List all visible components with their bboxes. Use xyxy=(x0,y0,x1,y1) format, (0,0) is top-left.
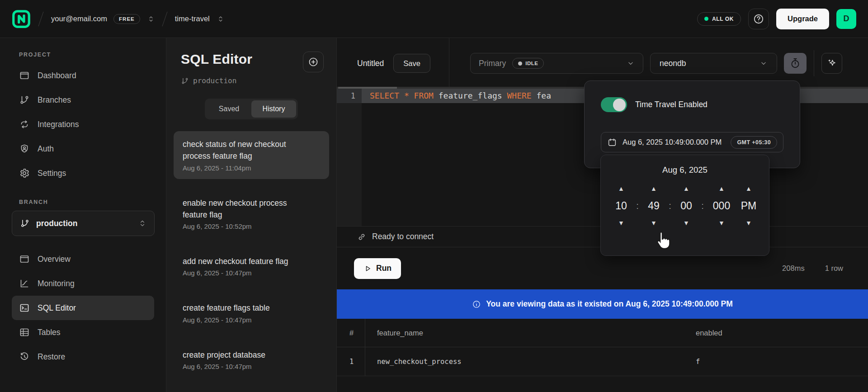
spinner-hour: ▲ 10 ▼ xyxy=(609,181,633,230)
help-button[interactable] xyxy=(748,9,769,29)
play-icon xyxy=(363,264,372,273)
stopwatch-icon xyxy=(789,57,801,69)
sidebar-item-restore[interactable]: Restore xyxy=(12,345,154,369)
tab-history[interactable]: History xyxy=(251,100,296,118)
sidebar-item-integrations[interactable]: Integrations xyxy=(12,112,154,137)
sidebar-item-label: Integrations xyxy=(38,120,79,129)
breadcrumb-account[interactable]: your@email.com xyxy=(51,14,107,23)
spinner-meridiem-up-button[interactable]: ▲ xyxy=(745,181,752,196)
history-item[interactable]: check status of new checkout process fea… xyxy=(174,131,329,179)
history-item-title: enable new checkout process feature flag xyxy=(183,197,311,221)
chevron-down-icon xyxy=(627,59,635,67)
time-travel-button[interactable] xyxy=(784,53,807,74)
sidebar-item-auth[interactable]: Auth xyxy=(12,137,154,161)
spinner-meridiem-value: PM xyxy=(741,196,757,216)
project-nav: Dashboard Branches Integrations Auth Set… xyxy=(12,63,154,185)
spinner-millisecond-down-button[interactable]: ▼ xyxy=(718,216,725,230)
sidebar-item-branches[interactable]: Branches xyxy=(12,88,154,112)
dashboard-icon xyxy=(19,70,30,81)
history-item-title: check status of new checkout process fea… xyxy=(183,138,311,162)
spinner-minute-up-button[interactable]: ▲ xyxy=(651,181,657,196)
line-number: 1 xyxy=(337,89,362,103)
ai-assist-button[interactable] xyxy=(821,53,842,74)
calendar-icon xyxy=(607,137,617,147)
spinner-millisecond-value: 000 xyxy=(713,196,730,216)
database-selector[interactable]: neondb xyxy=(650,53,777,74)
spinner-second-up-button[interactable]: ▲ xyxy=(683,181,689,196)
sidebar-item-monitoring[interactable]: Monitoring xyxy=(12,271,154,296)
spinner-hour-down-button[interactable]: ▼ xyxy=(618,216,624,230)
spinner-minute-value: 49 xyxy=(648,196,660,216)
avatar[interactable]: D xyxy=(836,9,856,29)
cell-feature-name: new_checkout_process xyxy=(365,347,684,376)
tables-icon xyxy=(19,327,30,338)
sidebar-item-label: Settings xyxy=(38,169,66,178)
chevrons-updown-icon[interactable] xyxy=(147,15,155,23)
new-query-button[interactable] xyxy=(303,52,324,72)
picker-date-title: Aug 6, 2025 xyxy=(601,165,769,175)
sql-editor-icon xyxy=(19,302,30,313)
neon-logo-icon[interactable] xyxy=(12,9,31,28)
tab-saved[interactable]: Saved xyxy=(207,100,251,118)
history-item-title: create feature flags table xyxy=(183,302,311,314)
sidebar-item-settings[interactable]: Settings xyxy=(12,161,154,185)
sql-token: fea xyxy=(532,91,551,100)
sidebar-item-label: Dashboard xyxy=(38,71,76,80)
branch-selector[interactable]: production xyxy=(12,211,155,236)
sparkles-icon xyxy=(827,58,837,68)
breadcrumb-divider xyxy=(38,11,43,26)
question-icon xyxy=(753,13,764,25)
save-button[interactable]: Save xyxy=(393,54,430,73)
sidebar: PROJECT Dashboard Branches Integrations … xyxy=(0,38,166,392)
column-header-enabled: enabled xyxy=(684,319,868,347)
run-label: Run xyxy=(376,264,392,273)
database-name: neondb xyxy=(660,59,686,68)
query-tab-title[interactable]: Untitled xyxy=(357,59,384,68)
chevrons-updown-icon[interactable] xyxy=(217,15,224,23)
system-status-badge[interactable]: ALL OK xyxy=(697,12,741,26)
breadcrumb-project[interactable]: time-travel xyxy=(175,14,210,23)
top-header: your@email.com FREE time-travel ALL OK U… xyxy=(0,0,868,38)
spinner-hour-up-button[interactable]: ▲ xyxy=(618,181,624,196)
mouse-cursor-icon xyxy=(655,231,672,251)
sidebar-item-dashboard[interactable]: Dashboard xyxy=(12,63,154,88)
results-table-body: 1 new_checkout_process f xyxy=(337,347,868,376)
neon-console: your@email.com FREE time-travel ALL OK U… xyxy=(0,0,868,392)
spinner-millisecond-up-button[interactable]: ▲ xyxy=(718,181,725,196)
time-travel-toggle[interactable] xyxy=(601,97,627,112)
column-header--: # xyxy=(337,319,365,347)
time-separator: : xyxy=(666,181,674,230)
time-spinners: ▲ 10 ▼ : ▲ 49 ▼ : ▲ 00 ▼ : ▲ 000 ▼ ▲ PM … xyxy=(601,181,769,230)
sql-token: * xyxy=(404,91,409,100)
branch-icon xyxy=(20,218,30,228)
history-list: check status of new checkout process fea… xyxy=(166,131,336,378)
upgrade-button[interactable]: Upgrade xyxy=(776,9,829,29)
sidebar-item-label: Monitoring xyxy=(38,279,75,288)
compute-state-badge: IDLE xyxy=(512,58,544,69)
integrations-icon xyxy=(19,119,30,130)
history-item[interactable]: add new checkout feature flag Aug 6, 202… xyxy=(174,248,329,284)
history-item[interactable]: create project database Aug 6, 2025 - 10… xyxy=(174,342,329,378)
history-item[interactable]: create feature flags table Aug 6, 2025 -… xyxy=(174,295,329,331)
sidebar-item-label: SQL Editor xyxy=(38,303,76,313)
table-row[interactable]: 1 new_checkout_process f xyxy=(337,347,868,376)
sidebar-item-sql-editor[interactable]: SQL Editor xyxy=(12,296,154,320)
breadcrumb-divider xyxy=(162,11,167,26)
sidebar-item-tables[interactable]: Tables xyxy=(12,320,154,345)
sidebar-item-overview[interactable]: Overview xyxy=(12,247,154,271)
branch-section-label: BRANCH xyxy=(19,199,154,205)
history-item[interactable]: enable new checkout process feature flag… xyxy=(174,190,329,238)
info-icon xyxy=(472,300,481,309)
history-item-timestamp: Aug 6, 2025 - 10:47pm xyxy=(183,269,320,277)
history-item-timestamp: Aug 6, 2025 - 11:04pm xyxy=(183,164,320,172)
run-button[interactable]: Run xyxy=(354,258,401,279)
branches-icon xyxy=(19,94,30,105)
datetime-input[interactable]: Aug 6, 2025 10:49:00.000 PM GMT +05:30 xyxy=(601,132,783,152)
compute-selector[interactable]: Primary IDLE xyxy=(470,53,643,74)
spinner-minute-down-button[interactable]: ▼ xyxy=(651,216,657,230)
history-item-timestamp: Aug 6, 2025 - 10:47pm xyxy=(183,316,320,324)
cell-index: 1 xyxy=(337,347,365,376)
history-item-title: add new checkout feature flag xyxy=(183,255,311,267)
spinner-second-down-button[interactable]: ▼ xyxy=(683,216,689,230)
spinner-meridiem-down-button[interactable]: ▼ xyxy=(745,216,752,230)
